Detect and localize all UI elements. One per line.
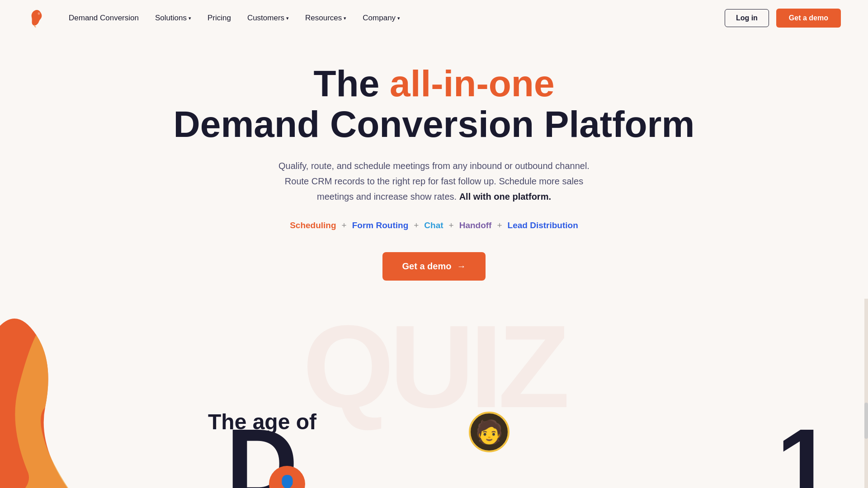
- customers-chevron-icon: ▾: [286, 15, 289, 21]
- hero-section: The all-in-one Demand Conversion Platfor…: [0, 36, 868, 299]
- feature-form-routing-link[interactable]: Form Routing: [352, 221, 409, 230]
- watermark: QUIZ: [0, 308, 868, 425]
- sep-2: +: [414, 221, 419, 230]
- avatar-image: 🧑: [471, 413, 508, 450]
- logo[interactable]: [27, 8, 47, 28]
- sep-1: +: [342, 221, 347, 230]
- nav-left: Demand Conversion Solutions ▾ Pricing Cu…: [27, 8, 400, 28]
- nav-item-pricing[interactable]: Pricing: [208, 14, 231, 23]
- orange-avatar-icon: 👤: [277, 474, 297, 488]
- company-chevron-icon: ▾: [397, 15, 400, 21]
- title-highlight: all-in-one: [390, 63, 554, 104]
- arrow-icon: →: [457, 261, 466, 272]
- nav-item-resources[interactable]: Resources ▾: [305, 14, 346, 23]
- resources-chevron-icon: ▾: [344, 15, 346, 21]
- nav-item-demand[interactable]: Demand Conversion: [69, 14, 139, 23]
- solutions-chevron-icon: ▾: [189, 15, 191, 21]
- user-avatar: 🧑: [469, 412, 509, 452]
- hero-subtitle: Qualify, route, and schedule meetings fr…: [267, 158, 601, 204]
- scrollbar[interactable]: [864, 299, 868, 488]
- hero-demo-button[interactable]: Get a demo →: [382, 252, 486, 281]
- hero-demo-label: Get a demo: [402, 261, 452, 272]
- nav-item-company[interactable]: Company ▾: [363, 14, 400, 23]
- sep-3: +: [449, 221, 454, 230]
- title-prefix: The: [313, 63, 390, 104]
- nav-right: Log in Get a demo: [725, 9, 841, 28]
- nav-demo-button[interactable]: Get a demo: [776, 9, 841, 28]
- feature-handoff-link[interactable]: Handoff: [459, 221, 492, 230]
- navigation: Demand Conversion Solutions ▾ Pricing Cu…: [0, 0, 868, 36]
- nav-item-solutions[interactable]: Solutions ▾: [155, 14, 191, 23]
- hero-title: The all-in-one Demand Conversion Platfor…: [174, 63, 695, 145]
- big-number: 1: [777, 422, 832, 488]
- orange-decorative-shape: [0, 299, 99, 488]
- feature-chat-link[interactable]: Chat: [424, 221, 443, 230]
- feature-links: Scheduling + Form Routing + Chat + Hando…: [290, 221, 578, 230]
- bottom-section: QUIZ The age of D 👤 🧑 1: [0, 299, 868, 488]
- title-suffix: Demand Conversion Platform: [174, 103, 695, 145]
- login-button[interactable]: Log in: [725, 9, 769, 27]
- feature-scheduling-link[interactable]: Scheduling: [290, 221, 336, 230]
- feature-lead-link[interactable]: Lead Distribution: [508, 221, 578, 230]
- sep-4: +: [497, 221, 502, 230]
- nav-links: Demand Conversion Solutions ▾ Pricing Cu…: [69, 14, 400, 23]
- scroll-thumb[interactable]: [864, 403, 868, 439]
- nav-item-customers[interactable]: Customers ▾: [247, 14, 289, 23]
